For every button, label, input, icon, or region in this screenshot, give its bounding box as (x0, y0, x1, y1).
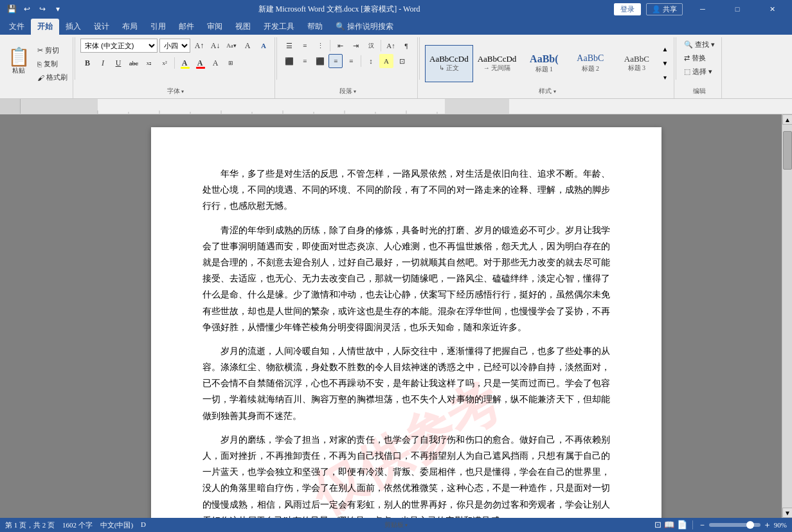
save-icon[interactable]: 💾 (5, 3, 18, 15)
tab-home[interactable]: 开始 (31, 19, 59, 35)
shading-button[interactable]: A (379, 54, 393, 68)
italic-button[interactable]: I (96, 56, 110, 70)
tab-search[interactable]: 🔍 操作说明搜索 (329, 19, 400, 35)
document-main[interactable]: 仅供参考 年华，多了些是对生活的反思，不管怎样，一路风景依然，对生活是依旧向往、… (21, 114, 792, 518)
scroll-up-button[interactable]: ▲ (782, 114, 792, 125)
window-title: 新建 Microsoft Word 文档.docx [兼容模式] - Word (64, 4, 614, 15)
styles-scroll-up[interactable]: ▲ (660, 42, 670, 57)
multilevel-button[interactable]: ⋮ (313, 39, 327, 53)
login-button[interactable]: 登录 (614, 3, 641, 15)
paste-icon: 📋 (8, 48, 30, 66)
format-painter-icon: 🖌 (37, 74, 44, 82)
underline-button[interactable]: U (111, 56, 125, 70)
tab-help[interactable]: 帮助 (301, 19, 329, 35)
border-para-button[interactable]: ⊡ (395, 54, 409, 68)
tab-layout[interactable]: 布局 (116, 19, 144, 35)
case-button[interactable]: Aa▾ (224, 39, 239, 53)
close-button[interactable]: ✕ (757, 0, 787, 18)
replace-button[interactable]: ⇄ 替换 (681, 52, 708, 64)
increase-font-button[interactable]: A↑ (192, 39, 206, 53)
svg-rect-2 (445, 99, 509, 114)
style-no-spacing[interactable]: AaBbCcDd → 无间隔 (473, 45, 521, 82)
svg-rect-1 (21, 99, 98, 114)
style-heading2[interactable]: AaBbC 标题 2 (567, 45, 613, 82)
tab-developer[interactable]: 开发工具 (257, 19, 301, 35)
numbering-button[interactable]: ≡ (298, 39, 312, 53)
scroll-thumb[interactable] (783, 131, 792, 170)
document-page[interactable]: 仅供参考 年华，多了些是对生活的反思，不管怎样，一路风景依然，对生活是依旧向往、… (151, 127, 662, 518)
tab-review[interactable]: 审阅 (201, 19, 229, 35)
vertical-scrollbar[interactable]: ▲ ▼ (782, 114, 792, 518)
customize-icon[interactable]: ▾ (51, 3, 64, 15)
undo-icon[interactable]: ↩ (21, 3, 33, 15)
style-heading3[interactable]: AaBbC 标题 3 (613, 45, 660, 82)
sort-button[interactable]: A↑ (384, 39, 398, 53)
font-group-label: 字体 ▾ (76, 87, 274, 97)
align-left-button[interactable]: ⬛ (282, 54, 296, 68)
tab-insert[interactable]: 插入 (59, 19, 87, 35)
align-right-button[interactable]: ⬛ (313, 54, 327, 68)
font-name-select[interactable]: 宋体 (中文正文) (80, 39, 158, 53)
style-normal[interactable]: AaBbCcDd ↳ 正文 (425, 45, 473, 82)
minimize-button[interactable]: ─ (688, 0, 717, 18)
select-button[interactable]: ⬚ 选择 ▾ (681, 66, 715, 78)
zoom-slider[interactable] (709, 523, 760, 527)
justify-button[interactable]: ≡ (328, 54, 343, 68)
cut-button[interactable]: ✂ 剪切 (35, 44, 70, 57)
chinese-layout-button[interactable]: 汉 (364, 39, 378, 53)
ruler-corner (0, 99, 21, 114)
maximize-button[interactable]: □ (723, 0, 752, 18)
paragraph-4: 岁月的磨练，学会了担当，对家的责任，也学会了自我疗伤和伤口的愈合。做好自己，不再… (203, 432, 610, 518)
scroll-track[interactable] (782, 125, 792, 508)
find-button[interactable]: 🔍 查找 ▾ (681, 39, 717, 51)
ribbon-content: 📋 粘贴 ✂ 剪切 ⎘ 复制 🖌 格式刷 剪贴板 ▾ 宋体 (0, 35, 792, 99)
styles-scroll-down[interactable]: ▼ (660, 57, 670, 71)
copy-button[interactable]: ⎘ 复制 (35, 58, 70, 70)
distribute-button[interactable]: ≡ (344, 54, 358, 68)
line-spacing-button[interactable]: ↕ (364, 54, 378, 68)
text-effect-button[interactable]: A (256, 39, 271, 53)
decrease-indent-button[interactable]: ⇤ (333, 39, 347, 53)
styles-group: AaBbCcDd ↳ 正文 AaBbCcDd → 无间隔 AaBb( 标题 1 … (421, 37, 674, 98)
highlight-button[interactable]: A (177, 56, 192, 70)
bullets-button[interactable]: ☰ (282, 39, 296, 53)
tab-references[interactable]: 引用 (144, 19, 172, 35)
document-text[interactable]: 年华，多了些是对生活的反思，不管怎样，一路风景依然，对生活是依旧向往、追求不断。… (203, 166, 610, 518)
subscript-button[interactable]: x₂ (142, 56, 156, 70)
tab-mailings[interactable]: 邮件 (172, 19, 201, 35)
ribbon-tab-bar: 文件 开始 插入 设计 布局 引用 邮件 审阅 视图 开发工具 帮助 🔍 操作说… (0, 18, 792, 35)
font-size-select[interactable]: 小四 (159, 39, 190, 53)
show-marks-button[interactable]: ¶ (399, 39, 413, 53)
zoom-thumb[interactable] (746, 521, 754, 529)
tab-file[interactable]: 文件 (3, 19, 31, 35)
tab-design[interactable]: 设计 (87, 19, 116, 35)
decrease-font-button[interactable]: A↓ (208, 39, 222, 53)
styles-gallery: AaBbCcDd ↳ 正文 AaBbCcDd → 无间隔 AaBb( 标题 1 … (425, 45, 660, 82)
font-color-button[interactable]: A (193, 56, 207, 70)
superscript-button[interactable]: x² (158, 56, 172, 70)
quick-access-toolbar: 💾 ↩ ↪ ▾ (5, 3, 64, 15)
styles-expand[interactable]: ▾ (660, 71, 670, 85)
paste-button[interactable]: 📋 粘贴 (3, 40, 35, 83)
scroll-down-button[interactable]: ▼ (782, 508, 792, 518)
clipboard-group: 📋 粘贴 ✂ 剪切 ⎘ 复制 🖌 格式刷 剪贴板 ▾ (0, 37, 73, 98)
document-area: 仅供参考 年华，多了些是对生活的反思，不管怎样，一路风景依然，对生活是依旧向往、… (0, 114, 792, 518)
increase-indent-button[interactable]: ⇥ (348, 39, 363, 53)
redo-icon[interactable]: ↪ (36, 3, 49, 15)
clear-format-button[interactable]: A (240, 39, 255, 53)
format-painter-button[interactable]: 🖌 格式刷 (35, 71, 70, 84)
editing-group-label: 编辑 (678, 87, 721, 97)
left-margin (0, 114, 21, 518)
paragraph-group: ☰ ≡ ⋮ ⇤ ⇥ 汉 A↑ ¶ ⬛ ≡ ⬛ ≡ ≡ ↕ A ⊡ (278, 37, 418, 98)
style-heading1[interactable]: AaBb( 标题 1 (521, 45, 567, 82)
border-button[interactable]: ⊞ (224, 56, 238, 70)
share-button[interactable]: 👤 共享 (646, 3, 683, 15)
tab-view[interactable]: 视图 (229, 19, 257, 35)
strikethrough-button[interactable]: abc (127, 56, 141, 70)
select-icon: ⬚ (684, 67, 690, 76)
title-bar: 💾 ↩ ↪ ▾ 新建 Microsoft Word 文档.docx [兼容模式]… (0, 0, 792, 18)
align-center-button[interactable]: ≡ (298, 54, 312, 68)
char-shading-button[interactable]: A (208, 56, 222, 70)
paragraph-group-label: 段落 ▾ (278, 87, 417, 97)
bold-button[interactable]: B (80, 56, 94, 70)
